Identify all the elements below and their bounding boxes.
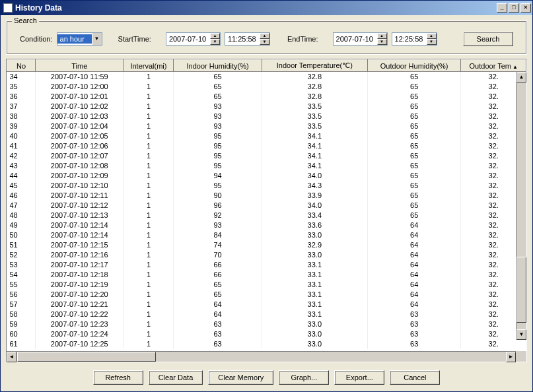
cell: 33.0: [262, 250, 367, 260]
cell: 66: [174, 270, 262, 280]
cell: 40: [7, 131, 36, 141]
search-button[interactable]: Search: [463, 32, 513, 46]
table-row[interactable]: 612007-07-10 12:2516333.06332.: [7, 339, 526, 349]
export-button[interactable]: Export...: [334, 370, 384, 385]
table-row[interactable]: 472007-07-10 12:1219634.06532.: [7, 201, 526, 211]
table-row[interactable]: 342007-07-10 11:5916532.86532.: [7, 72, 526, 82]
end-date-field[interactable]: [334, 34, 377, 44]
scroll-up-icon[interactable]: ▲: [516, 72, 526, 82]
table-row[interactable]: 402007-07-10 12:0519534.16532.: [7, 131, 526, 141]
table-row[interactable]: 572007-07-10 12:2116433.16432.: [7, 300, 526, 310]
start-date-field[interactable]: [166, 34, 210, 44]
minimize-button[interactable]: _: [497, 3, 507, 13]
cell: 56: [7, 290, 36, 300]
cell: 1: [124, 72, 174, 82]
scroll-thumb[interactable]: [17, 352, 156, 362]
table-row[interactable]: 352007-07-10 12:0016532.86532.: [7, 82, 526, 92]
start-date-input[interactable]: ▲▼: [166, 32, 221, 46]
table-row[interactable]: 422007-07-10 12:0719534.16532.: [7, 151, 526, 161]
cancel-button[interactable]: Cancel: [390, 370, 440, 385]
table-row[interactable]: 392007-07-10 12:0419333.56532.: [7, 121, 526, 131]
cell: 1: [124, 131, 174, 141]
table-row[interactable]: 532007-07-10 12:1716633.16432.: [7, 260, 526, 270]
end-date-input[interactable]: ▲▼: [333, 32, 388, 46]
cell: 93: [174, 121, 262, 131]
table-row[interactable]: 542007-07-10 12:1816633.16432.: [7, 270, 526, 280]
table-row[interactable]: 462007-07-10 12:1119033.96532.: [7, 191, 526, 201]
refresh-button[interactable]: Refresh: [93, 370, 143, 385]
cell: 1: [124, 141, 174, 151]
cell: 34.3: [262, 181, 367, 191]
condition-label: Condition:: [20, 35, 53, 43]
scroll-left-icon[interactable]: ◄: [7, 352, 17, 362]
cell: 63: [367, 310, 461, 319]
cell: 2007-07-10 12:04: [36, 121, 124, 131]
cell: 64: [367, 250, 461, 260]
graph-button[interactable]: Graph...: [279, 370, 329, 385]
clear-memory-button[interactable]: Clear Memory: [208, 370, 273, 385]
cell: 32.9: [262, 240, 367, 250]
clear-data-button[interactable]: Clear Data: [149, 370, 203, 385]
column-header[interactable]: Outdoor Tem▲: [461, 60, 526, 72]
table-row[interactable]: 442007-07-10 12:0919434.06532.: [7, 171, 526, 181]
table-row[interactable]: 382007-07-10 12:0319333.56532.: [7, 112, 526, 121]
end-time-input[interactable]: ▲▼: [392, 32, 437, 46]
table-row[interactable]: 512007-07-10 12:1517432.96432.: [7, 240, 526, 250]
cell: 2007-07-10 12:05: [36, 131, 124, 141]
cell: 1: [124, 161, 174, 171]
horizontal-scrollbar[interactable]: ◄ ►: [7, 351, 516, 362]
condition-combo[interactable]: an hour ▼: [57, 32, 102, 46]
table-row[interactable]: 362007-07-10 12:0116532.86532.: [7, 92, 526, 102]
cell: 36: [7, 92, 36, 102]
spin-down-icon[interactable]: ▼: [427, 39, 437, 45]
table-row[interactable]: 592007-07-10 12:2316333.06332.: [7, 319, 526, 329]
scroll-corner: [516, 351, 526, 362]
vertical-scrollbar[interactable]: ▲ ▼: [516, 72, 526, 340]
column-header[interactable]: Interval(mi): [124, 60, 174, 72]
column-header[interactable]: Time: [36, 60, 124, 72]
end-time-field[interactable]: [392, 34, 427, 44]
cell: 34.1: [262, 151, 367, 161]
cell: 65: [174, 290, 262, 300]
column-header[interactable]: No: [7, 60, 36, 72]
table-row[interactable]: 372007-07-10 12:0219333.56532.: [7, 102, 526, 112]
spin-up-icon[interactable]: ▲: [427, 33, 437, 39]
table-row[interactable]: 522007-07-10 12:1617033.06432.: [7, 250, 526, 260]
cell: 61: [7, 339, 36, 349]
cell: 34: [7, 72, 36, 82]
table-row[interactable]: 552007-07-10 12:1916533.16432.: [7, 280, 526, 290]
table-row[interactable]: 432007-07-10 12:0819534.16532.: [7, 161, 526, 171]
spin-up-icon[interactable]: ▲: [210, 33, 220, 39]
spin-down-icon[interactable]: ▼: [210, 39, 220, 45]
table-row[interactable]: 602007-07-10 12:2416333.06332.: [7, 329, 526, 339]
column-header[interactable]: Indoor Temperature(℃): [262, 60, 367, 72]
cell: 33.1: [262, 310, 367, 319]
spin-up-icon[interactable]: ▲: [260, 33, 269, 39]
cell: 34.1: [262, 141, 367, 151]
spin-down-icon[interactable]: ▼: [260, 39, 269, 45]
cell: 47: [7, 201, 36, 211]
spin-up-icon[interactable]: ▲: [377, 33, 387, 39]
cell: 65: [367, 82, 461, 92]
maximize-button[interactable]: □: [509, 3, 519, 13]
table-row[interactable]: 492007-07-10 12:1419333.66432.: [7, 220, 526, 230]
table-row[interactable]: 582007-07-10 12:2216433.16332.: [7, 310, 526, 319]
cell: 34.0: [262, 201, 367, 211]
table-row[interactable]: 412007-07-10 12:0619534.16532.: [7, 141, 526, 151]
close-button[interactable]: ×: [520, 3, 531, 13]
table-row[interactable]: 562007-07-10 12:2016533.16432.: [7, 290, 526, 300]
spin-down-icon[interactable]: ▼: [377, 39, 387, 45]
cell: 1: [124, 92, 174, 102]
scroll-right-icon[interactable]: ►: [506, 352, 516, 362]
table-row[interactable]: 482007-07-10 12:1319233.46532.: [7, 211, 526, 220]
table-row[interactable]: 452007-07-10 12:1019534.36532.: [7, 181, 526, 191]
start-time-field[interactable]: [225, 34, 260, 44]
column-header[interactable]: Indoor Humidity(%): [174, 60, 262, 72]
start-time-input[interactable]: ▲▼: [225, 32, 270, 46]
scroll-down-icon[interactable]: ▼: [516, 329, 526, 340]
column-header[interactable]: Outdoor Humidity(%): [367, 60, 461, 72]
cell: 65: [367, 201, 461, 211]
cell: 34.0: [262, 171, 367, 181]
scroll-thumb[interactable]: [516, 257, 526, 323]
table-row[interactable]: 502007-07-10 12:1418433.06432.: [7, 230, 526, 240]
